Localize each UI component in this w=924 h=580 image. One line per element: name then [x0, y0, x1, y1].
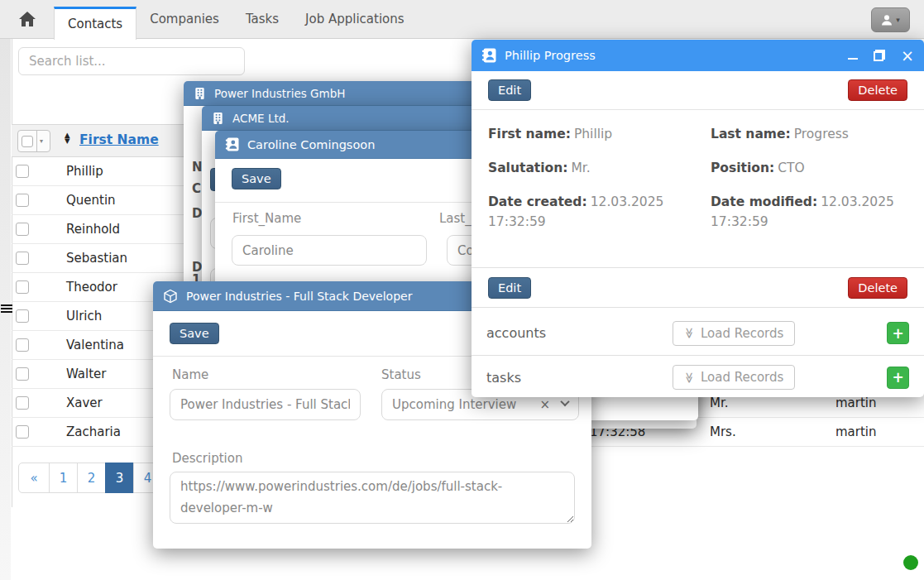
modal-title: Power Industries GmbH: [214, 87, 345, 100]
first-name-cell[interactable]: Reinhold: [66, 215, 120, 243]
panel-accounts: accounts ≫ Load Records +: [472, 311, 924, 355]
name-field[interactable]: [170, 389, 361, 420]
tab-tasks[interactable]: Tasks: [232, 0, 292, 39]
field-last-name: Last name:Progress: [711, 124, 907, 144]
load-records-button[interactable]: ≫ Load Records: [673, 321, 795, 346]
close-icon[interactable]: ×: [901, 48, 914, 64]
first-name-cell[interactable]: Sebastian: [66, 244, 127, 272]
modal-title: Phillip Progress: [505, 49, 596, 62]
tab-job-applications[interactable]: Job Applications: [292, 0, 418, 39]
panel-tasks: tasks ≫ Load Records +: [472, 355, 924, 397]
user-icon: [881, 14, 893, 26]
tab-companies[interactable]: Companies: [136, 0, 232, 39]
first-name-cell[interactable]: Walter: [66, 360, 107, 388]
page-1-button[interactable]: 1: [49, 463, 78, 493]
row-checkbox[interactable]: [16, 165, 29, 178]
detail-fields: First name:Phillip Last name:Progress Sa…: [472, 110, 924, 267]
building-icon: [194, 87, 206, 100]
row-checkbox[interactable]: [16, 425, 29, 439]
edit-button[interactable]: Edit: [488, 79, 531, 101]
edit-button[interactable]: Edit: [488, 277, 531, 299]
row-checkbox[interactable]: [16, 396, 29, 410]
field-date-created: Date created:12.03.2025 17:32:59: [488, 192, 711, 232]
building-icon: [212, 112, 224, 125]
modal-titlebar[interactable]: Phillip Progress ×: [472, 40, 924, 71]
nav-tabs: Contacts Companies Tasks Job Application…: [54, 0, 418, 39]
caret-down-icon: ▾: [896, 16, 900, 24]
page-2-button[interactable]: 2: [77, 463, 106, 493]
row-checkbox[interactable]: [16, 338, 29, 352]
select-all-dropdown[interactable]: ▾: [17, 130, 50, 152]
save-button[interactable]: Save: [232, 168, 281, 189]
detail-toolbar-top: Edit Delete: [472, 71, 924, 110]
row-checkbox[interactable]: [16, 223, 29, 236]
first-name-label: First_Name: [232, 211, 301, 226]
field-date-modified: Date modified:12.03.2025 17:32:59: [711, 192, 907, 232]
field-first-name: First name:Phillip: [488, 124, 711, 144]
sort-icon: ▲▼: [65, 132, 70, 143]
restore-icon[interactable]: [874, 50, 885, 61]
addressbook-icon: [481, 48, 496, 63]
page-3-button[interactable]: 3: [105, 463, 134, 493]
column-header-first-name[interactable]: First Name: [79, 132, 159, 147]
description-label: Description: [172, 451, 242, 466]
row-checkbox[interactable]: [16, 309, 29, 323]
top-navbar: Contacts Companies Tasks Job Application…: [0, 0, 924, 39]
package-icon: [163, 289, 178, 304]
minimize-icon[interactable]: [848, 58, 858, 60]
delete-button[interactable]: Delete: [848, 277, 907, 299]
pagination: « 1 2 3 4: [18, 463, 162, 493]
caret-down-icon: ▾: [40, 137, 43, 145]
status-value: Upcoming Interview: [392, 397, 516, 412]
row-checkbox[interactable]: [16, 367, 29, 381]
name-label: Name: [172, 367, 208, 382]
delete-button[interactable]: Delete: [848, 79, 907, 101]
home-icon[interactable]: [19, 12, 36, 30]
first-name-cell[interactable]: Quentin: [66, 186, 116, 214]
tab-contacts[interactable]: Contacts: [54, 7, 136, 40]
search-input[interactable]: [18, 47, 245, 75]
chevron-down-icon[interactable]: [560, 397, 569, 406]
modal-title: ACME Ltd.: [232, 112, 290, 125]
first-name-cell[interactable]: Valentina: [66, 331, 124, 359]
modal-contact-detail-phillip: Phillip Progress × Edit Delete First nam…: [472, 40, 924, 397]
field-salutation: Salutation:Mr.: [488, 158, 711, 178]
row-checkbox[interactable]: [16, 252, 29, 265]
double-chevron-down-icon: ≫: [684, 371, 697, 383]
load-records-button[interactable]: ≫ Load Records: [673, 365, 795, 390]
first-name-field[interactable]: [232, 235, 427, 266]
double-chevron-down-icon: ≫: [684, 328, 697, 339]
panel-label: tasks: [486, 370, 627, 386]
first-name-cell[interactable]: Ulrich: [66, 302, 102, 330]
description-field[interactable]: https://www.powerindustries.com/de/jobs/…: [170, 472, 575, 524]
modal-title: Power Industries - Full Stack Developer: [186, 290, 412, 303]
app-window: Contacts Companies Tasks Job Application…: [0, 0, 924, 580]
panel-label: accounts: [486, 325, 627, 341]
first-name-cell[interactable]: Zacharia: [66, 418, 121, 446]
user-menu-button[interactable]: ▾: [871, 7, 910, 32]
status-label: Status: [381, 367, 421, 382]
detail-toolbar-bottom: Edit Delete: [472, 267, 924, 308]
add-task-button[interactable]: +: [887, 367, 909, 389]
modal-title: Caroline Comingsoon: [247, 138, 375, 151]
first-name-cell[interactable]: Phillip: [66, 157, 103, 185]
first-name-cell[interactable]: Theodor: [66, 273, 117, 301]
field-position: Position:CTO: [711, 158, 907, 178]
status-indicator-dot: [903, 555, 918, 570]
select-all-checkbox[interactable]: [22, 136, 33, 147]
page-prev-button[interactable]: «: [18, 463, 50, 493]
clear-icon[interactable]: ×: [539, 397, 550, 412]
save-button[interactable]: Save: [170, 323, 219, 344]
add-account-button[interactable]: +: [887, 322, 909, 344]
row-checkbox[interactable]: [16, 280, 29, 294]
first-name-cell[interactable]: Xaver: [66, 389, 103, 417]
addressbook-icon: [225, 137, 239, 151]
row-checkbox[interactable]: [16, 194, 29, 207]
